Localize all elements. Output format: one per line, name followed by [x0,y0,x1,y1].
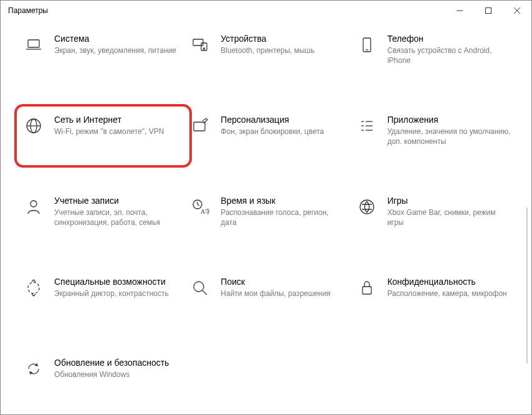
svg-point-8 [204,48,205,49]
svg-rect-14 [194,122,205,131]
tile-text: Время и язык Распознавание голоса, регио… [221,195,349,228]
tile-phone[interactable]: Телефон Связать устройство с Android, iP… [356,33,516,77]
tile-text: Система Экран, звук, уведомления, питани… [54,33,181,55]
svg-point-27 [28,282,39,293]
tile-desc: Расположение, камера, микрофон [387,289,507,298]
tile-desc: Удаление, значения по умолчанию, доп. ко… [387,126,511,146]
tile-system[interactable]: Система Экран, звук, уведомления, питани… [23,33,183,77]
settings-window: Параметры Система Экран, звук, уведо [0,0,532,415]
tile-title: Учетные записи [54,195,178,206]
tile-text: Персонализация Фон, экран блокировки, цв… [221,114,329,136]
tile-privacy[interactable]: Конфиденциальность Расположение, камера,… [356,276,516,320]
close-button[interactable] [503,1,531,21]
tile-desc: Wi-Fi, режим "в самолете", VPN [54,126,164,136]
tile-title: Конфиденциальность [387,276,507,287]
tile-desc: Учетные записи, эл. почта, синхронизация… [54,208,178,227]
tile-text: Приложения Удаление, значения по умолчан… [387,114,516,147]
tile-accessibility[interactable]: Специальные возможности Экранный диктор,… [23,276,183,320]
svg-text:A字: A字 [201,208,209,215]
svg-rect-30 [363,287,371,294]
tile-time-language[interactable]: A字 Время и язык Распознавание голоса, ре… [189,195,349,239]
apps-icon [356,115,378,136]
tile-desc: Распознавание голоса, регион, дата [221,208,344,227]
tile-desc: Найти мои файлы, разрешения [221,289,330,298]
svg-rect-4 [28,40,39,47]
tile-text: Учетные записи Учетные записи, эл. почта… [54,195,183,228]
settings-grid: Система Экран, звук, уведомления, питани… [23,33,516,401]
tile-title: Специальные возможности [54,276,169,287]
person-icon [23,196,44,217]
lock-icon [356,277,378,298]
tile-desc: Xbox Game Bar, снимки, режим игры [387,208,511,227]
tile-desc: Обновления Windows [54,370,169,379]
tile-text: Обновление и безопасность Обновления Win… [54,357,174,379]
tile-desc: Фон, экран блокировки, цвета [221,126,324,136]
tile-apps[interactable]: Приложения Удаление, значения по умолчан… [356,114,516,158]
globe-icon [23,115,44,136]
tile-search[interactable]: Поиск Найти мои файлы, разрешения [189,276,349,320]
scrollbar[interactable] [526,208,528,363]
update-icon [23,358,44,379]
tile-accounts[interactable]: Учетные записи Учетные записи, эл. почта… [23,195,183,239]
svg-rect-1 [486,8,492,14]
svg-line-29 [202,290,207,295]
laptop-icon [23,34,44,55]
time-language-icon: A字 [189,196,211,217]
tile-text: Телефон Связать устройство с Android, iP… [387,33,516,66]
svg-point-26 [360,200,374,214]
tile-personalization[interactable]: Персонализация Фон, экран блокировки, цв… [189,114,349,158]
search-icon [189,277,211,298]
gaming-icon [356,196,378,217]
tile-text: Специальные возможности Экранный диктор,… [54,276,174,298]
settings-content: Система Экран, звук, уведомления, питани… [1,21,531,414]
window-controls [445,1,531,21]
tile-update[interactable]: Обновление и безопасность Обновления Win… [23,357,183,401]
tile-title: Сеть и Интернет [54,114,164,125]
tile-text: Устройства Bluetooth, принтеры, мышь [221,33,320,55]
tile-title: Система [54,33,176,44]
phone-icon [356,34,378,55]
tile-gaming[interactable]: Игры Xbox Game Bar, снимки, режим игры [356,195,516,239]
minimize-button[interactable] [445,1,474,21]
tile-text: Поиск Найти мои файлы, разрешения [221,276,335,298]
titlebar: Параметры [1,1,531,21]
tile-desc: Экран, звук, уведомления, питание [54,45,176,55]
tile-text: Конфиденциальность Расположение, камера,… [387,276,512,298]
tile-title: Персонализация [221,114,324,125]
tile-title: Приложения [387,114,511,125]
tile-title: Игры [387,195,511,206]
tile-desc: Экранный диктор, контрастность [54,289,169,298]
maximize-button[interactable] [474,1,503,21]
tile-devices[interactable]: Устройства Bluetooth, принтеры, мышь [189,33,349,77]
svg-point-21 [31,201,37,207]
devices-icon [189,34,211,55]
accessibility-icon [23,277,44,298]
tile-title: Поиск [221,276,330,287]
tile-title: Время и язык [221,195,344,206]
tile-text: Игры Xbox Game Bar, снимки, режим игры [387,195,516,228]
tile-text: Сеть и Интернет Wi-Fi, режим "в самолете… [54,114,169,136]
window-title: Параметры [1,6,48,15]
svg-line-24 [197,204,199,206]
svg-point-28 [194,282,204,292]
tile-desc: Bluetooth, принтеры, мышь [221,45,315,55]
tile-desc: Связать устройство с Android, iPhone [387,45,511,65]
tile-network[interactable]: Сеть и Интернет Wi-Fi, режим "в самолете… [14,104,192,168]
tile-title: Телефон [387,33,511,44]
tile-title: Обновление и безопасность [54,357,169,368]
tile-title: Устройства [221,33,315,44]
paint-icon [189,115,211,136]
